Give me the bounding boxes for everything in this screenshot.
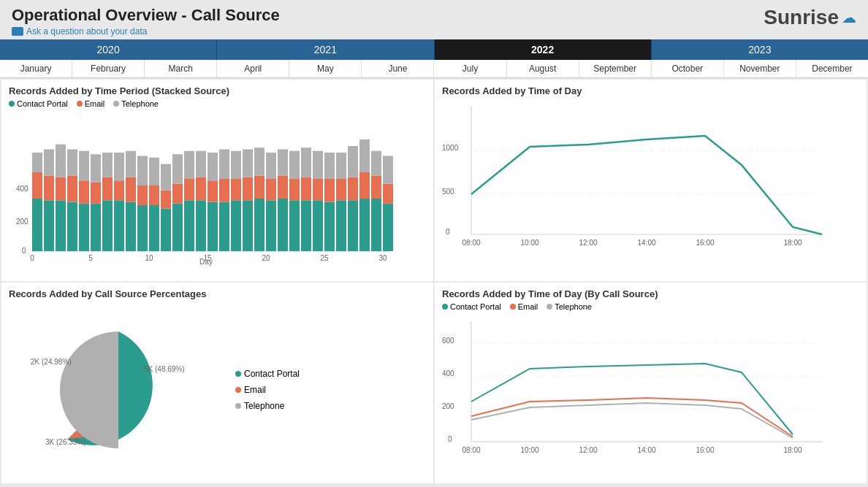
month-tab-july[interactable]: July — [434, 60, 506, 77]
svg-rect-87 — [336, 179, 346, 200]
svg-rect-12 — [44, 176, 54, 201]
svg-rect-44 — [172, 204, 183, 251]
month-tab-may[interactable]: May — [289, 60, 362, 77]
year-tab-2021[interactable]: 2021 — [217, 39, 434, 60]
svg-rect-45 — [172, 184, 183, 204]
svg-rect-59 — [231, 200, 241, 251]
pie-chart-title: Records Added by Call Source Percentages — [9, 288, 426, 299]
ask-question-link[interactable]: Ask a question about your data — [12, 26, 280, 37]
month-tab-february[interactable]: February — [72, 60, 145, 77]
svg-rect-83 — [324, 202, 335, 252]
header-left: Operational Overview - Call Source Ask a… — [12, 6, 280, 37]
month-tab-october[interactable]: October — [652, 60, 724, 77]
svg-text:14:00: 14:00 — [637, 446, 655, 454]
svg-rect-49 — [184, 151, 194, 179]
svg-text:25: 25 — [320, 254, 329, 262]
svg-rect-50 — [196, 200, 206, 251]
svg-text:0: 0 — [30, 254, 34, 262]
svg-rect-82 — [313, 151, 323, 179]
svg-rect-76 — [289, 151, 300, 179]
time-of-day-title: Records Added by Time of Day — [442, 85, 859, 96]
month-tab-november[interactable]: November — [724, 60, 796, 77]
svg-rect-36 — [137, 185, 148, 205]
time-of-day-chart: 0 500 1000 08:00 10:00 12:00 14:00 16:00… — [442, 99, 829, 260]
year-tab-2022[interactable]: 2022 — [435, 39, 652, 60]
svg-text:600: 600 — [442, 337, 454, 345]
month-tab-august[interactable]: August — [507, 60, 579, 77]
svg-rect-25 — [91, 154, 101, 182]
pie-legend: Contact Portal Email Telephone — [235, 369, 300, 411]
svg-text:10: 10 — [145, 254, 153, 262]
svg-rect-35 — [137, 205, 148, 251]
svg-text:3K (26.33%): 3K (26.33%) — [45, 438, 86, 446]
svg-rect-30 — [114, 180, 124, 200]
svg-rect-20 — [79, 204, 89, 251]
svg-rect-47 — [184, 200, 194, 251]
month-tab-june[interactable]: June — [362, 60, 434, 77]
svg-text:16:00: 16:00 — [696, 446, 714, 454]
pie-legend-email: Email — [235, 385, 300, 395]
svg-rect-34 — [126, 151, 136, 177]
stacked-bar-legend: Contact Portal Email Telephone — [9, 99, 426, 108]
svg-rect-32 — [126, 202, 136, 252]
stacked-bar-title: Records Added by Time Period (Stacked So… — [9, 85, 426, 96]
svg-rect-91 — [348, 146, 358, 177]
header: Operational Overview - Call Source Ask a… — [0, 0, 868, 39]
svg-rect-75 — [289, 179, 300, 200]
svg-text:18:00: 18:00 — [783, 446, 802, 454]
svg-rect-63 — [243, 177, 253, 201]
svg-rect-41 — [161, 209, 171, 252]
ask-question-label: Ask a question about your data — [26, 26, 147, 37]
svg-rect-28 — [102, 153, 113, 177]
legend-email: Email — [77, 99, 105, 108]
svg-rect-79 — [301, 147, 311, 177]
logo: Sunrise ☁ — [764, 6, 856, 29]
svg-text:400: 400 — [16, 185, 28, 193]
svg-rect-15 — [56, 177, 66, 201]
month-tab-april[interactable]: April — [217, 60, 289, 77]
svg-text:0: 0 — [446, 228, 450, 236]
svg-rect-57 — [219, 179, 229, 202]
year-tab-2023[interactable]: 2023 — [652, 39, 868, 60]
month-tab-september[interactable]: September — [579, 60, 652, 77]
svg-rect-67 — [254, 147, 264, 175]
svg-text:12:00: 12:00 — [579, 239, 597, 247]
month-tab-december[interactable]: December — [796, 60, 868, 77]
svg-rect-62 — [243, 200, 253, 251]
svg-rect-9 — [32, 172, 42, 199]
svg-text:0: 0 — [448, 435, 452, 443]
svg-rect-93 — [359, 172, 370, 199]
cloud-icon: ☁ — [842, 9, 856, 26]
svg-rect-100 — [383, 156, 393, 184]
svg-rect-18 — [67, 176, 77, 202]
svg-rect-68 — [266, 200, 276, 251]
stacked-bar-chart: 0 200 400 Day 05101520253035 — [9, 111, 396, 264]
svg-rect-22 — [79, 151, 89, 181]
month-tab-january[interactable]: January — [0, 60, 72, 77]
svg-rect-52 — [196, 151, 206, 177]
pie-chart-panel: Records Added by Call Source Percentages… — [1, 283, 433, 484]
svg-rect-16 — [56, 145, 66, 177]
svg-rect-80 — [313, 200, 323, 251]
legend2-tel: Telephone — [547, 302, 592, 311]
svg-text:10:00: 10:00 — [520, 446, 538, 454]
svg-text:2K (24.98%): 2K (24.98%) — [31, 358, 72, 366]
svg-text:0: 0 — [22, 247, 26, 255]
svg-text:1000: 1000 — [442, 144, 459, 152]
svg-rect-89 — [348, 200, 358, 251]
svg-text:400: 400 — [442, 369, 454, 377]
year-tab-2020[interactable]: 2020 — [0, 39, 217, 60]
svg-rect-43 — [161, 164, 171, 191]
svg-text:5K (48.69%): 5K (48.69%) — [144, 365, 185, 373]
legend-contact-portal: Contact Portal — [9, 99, 68, 108]
svg-rect-99 — [383, 184, 393, 204]
month-tab-march[interactable]: March — [145, 60, 217, 77]
svg-rect-55 — [208, 153, 218, 180]
svg-rect-21 — [79, 180, 89, 204]
svg-rect-78 — [301, 177, 311, 201]
svg-text:08:00: 08:00 — [462, 446, 480, 454]
svg-rect-33 — [126, 177, 136, 202]
svg-rect-42 — [161, 191, 171, 209]
chat-icon — [12, 27, 23, 36]
svg-text:16:00: 16:00 — [696, 239, 714, 247]
